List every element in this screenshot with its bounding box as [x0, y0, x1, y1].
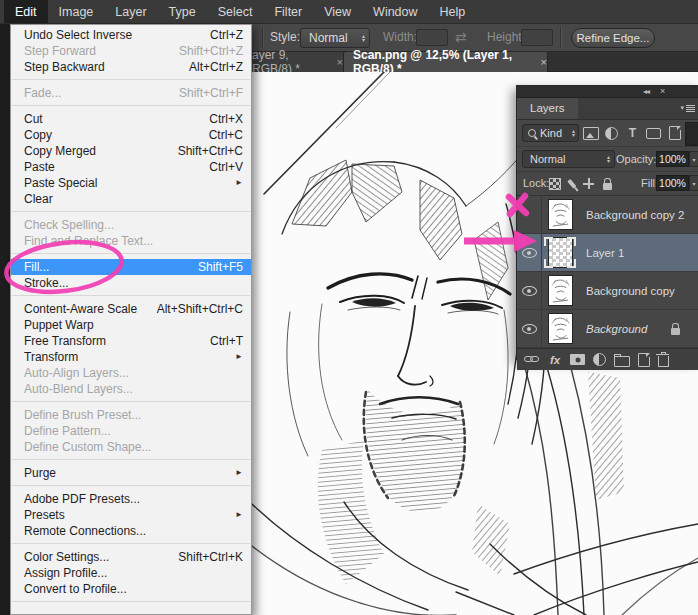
menu-separator: [12, 253, 250, 254]
smart-object-filter-icon[interactable]: [669, 126, 681, 140]
menu-item-paste-special[interactable]: Paste Special►: [11, 175, 251, 191]
filter-kind-dropdown[interactable]: Kind ▴▾: [522, 124, 579, 142]
menu-item-convert-to-profile[interactable]: Convert to Profile...: [11, 581, 251, 597]
menu-item-shortcut: Alt+Ctrl+Z: [189, 60, 243, 74]
opacity-dropdown-icon[interactable]: ▾: [689, 151, 698, 167]
menu-item-step-backward[interactable]: Step BackwardAlt+Ctrl+Z: [11, 59, 251, 75]
filter-slot: [643, 128, 664, 139]
menu-item-adobe-pdf-presets[interactable]: Adobe PDF Presets...: [11, 491, 251, 507]
shape-filter-icon[interactable]: [646, 128, 661, 139]
menubar-item-select[interactable]: Select: [207, 0, 264, 23]
height-input[interactable]: [521, 29, 553, 46]
menu-item-step-forward[interactable]: Step ForwardShift+Ctrl+Z: [11, 43, 251, 59]
fx-icon[interactable]: [548, 354, 562, 366]
panel-menu-icon[interactable]: ▾: [680, 104, 695, 112]
menu-item-copy-merged[interactable]: Copy MergedShift+Ctrl+C: [11, 143, 251, 159]
menu-item-label: Purge: [24, 466, 56, 480]
filter-toggle-block[interactable]: [685, 122, 698, 146]
menubar-item-filter[interactable]: Filter: [263, 0, 313, 23]
menu-item-puppet-warp[interactable]: Puppet Warp: [11, 317, 251, 333]
collapse-panels-icon[interactable]: ◂◂: [643, 86, 649, 97]
lock-all-icon[interactable]: [603, 183, 612, 190]
layer-row-background-copy[interactable]: Background copy: [517, 272, 698, 310]
folder-icon[interactable]: [614, 356, 630, 367]
refine-edge-button[interactable]: Refine Edge...: [571, 28, 655, 48]
menu-item-stroke[interactable]: Stroke...: [11, 275, 251, 291]
trash-icon[interactable]: [658, 356, 669, 367]
layer-thumb-image: [548, 199, 573, 230]
menubar-item-type[interactable]: Type: [158, 0, 207, 23]
mask-icon[interactable]: [570, 354, 585, 365]
menu-item-free-transform[interactable]: Free TransformCtrl+T: [11, 333, 251, 349]
layer-row-background-copy-2[interactable]: Background copy 2: [517, 196, 698, 234]
adjustment-icon[interactable]: [593, 353, 606, 366]
new-layer-icon[interactable]: [638, 353, 650, 367]
menubar-item-image[interactable]: Image: [48, 0, 105, 23]
menu-item-cut[interactable]: CutCtrl+X: [11, 111, 251, 127]
menu-item-assign-profile[interactable]: Assign Profile...: [11, 565, 251, 581]
layer-thumbnail[interactable]: [542, 313, 578, 344]
layer-row-layer-1[interactable]: Layer 1: [517, 234, 698, 272]
menu-item-label: Puppet Warp: [24, 318, 94, 332]
lock-move-icon[interactable]: [583, 178, 594, 189]
layer-thumbnail[interactable]: [542, 275, 578, 306]
type-filter-icon[interactable]: [627, 127, 639, 139]
menu-item-check-spelling[interactable]: Check Spelling...: [11, 217, 251, 233]
menu-item-define-pattern[interactable]: Define Pattern...: [11, 423, 251, 439]
menu-item-auto-blend-layers[interactable]: Auto-Blend Layers...: [11, 381, 251, 397]
menubar-item-edit[interactable]: Edit: [4, 0, 48, 23]
menu-item-label: Assign Profile...: [24, 566, 107, 580]
filter-slot: [580, 127, 601, 140]
layer-visibility-toggle[interactable]: [517, 196, 542, 233]
menu-item-define-custom-shape[interactable]: Define Custom Shape...: [11, 439, 251, 455]
panel-close-icon[interactable]: ×: [660, 86, 665, 97]
menu-item-paste[interactable]: PasteCtrl+V: [11, 159, 251, 175]
menu-item-color-settings[interactable]: Color Settings...Shift+Ctrl+K: [11, 549, 251, 565]
fill-value[interactable]: 100%: [656, 175, 689, 191]
eye-icon: [522, 324, 537, 334]
tab-close-icon[interactable]: ×: [337, 56, 343, 68]
adjustment-filter-icon[interactable]: [605, 127, 618, 140]
lock-transparent-icon[interactable]: [549, 178, 561, 190]
menubar-item-layer[interactable]: Layer: [104, 0, 157, 23]
blend-mode-dropdown[interactable]: Normal ▴▾: [522, 150, 615, 168]
menu-item-remote-connections[interactable]: Remote Connections...: [11, 523, 251, 539]
menu-item-content-aware-scale[interactable]: Content-Aware ScaleAlt+Shift+Ctrl+C: [11, 301, 251, 317]
style-dropdown[interactable]: Normal ▴▾: [300, 28, 370, 48]
lock-brush-icon[interactable]: [567, 178, 576, 188]
layer-row-background[interactable]: Background: [517, 310, 698, 348]
layer-thumbnail[interactable]: [542, 237, 578, 268]
swap-dimensions-icon[interactable]: ⇄: [455, 24, 467, 51]
menubar-item-help[interactable]: Help: [429, 0, 477, 23]
menubar-item-view[interactable]: View: [313, 0, 362, 23]
document-tab-active[interactable]: Scan.png @ 12,5% (Layer 1, RGB/8) * ×: [344, 52, 548, 72]
selection-bracket: [567, 237, 576, 246]
width-input[interactable]: [416, 29, 448, 46]
tab-close-icon[interactable]: ×: [541, 56, 547, 68]
image-filter-icon[interactable]: [583, 127, 599, 140]
menu-item-purge[interactable]: Purge►: [11, 465, 251, 481]
layer-visibility-toggle[interactable]: [517, 310, 542, 347]
submenu-arrow-icon: ►: [235, 175, 243, 191]
menu-item-auto-align-layers[interactable]: Auto-Align Layers...: [11, 365, 251, 381]
link-icon[interactable]: [524, 356, 540, 363]
layer-thumbnail[interactable]: [542, 199, 578, 230]
layer-thumb-image: [548, 313, 573, 344]
layers-panel-tab[interactable]: Layers: [517, 98, 578, 119]
layer-visibility-toggle[interactable]: [517, 234, 542, 271]
menu-item-undo-select-inverse[interactable]: Undo Select InverseCtrl+Z: [11, 27, 251, 43]
menu-item-fill[interactable]: Fill...Shift+F5: [11, 259, 251, 275]
fill-dropdown-icon[interactable]: ▾: [689, 175, 698, 191]
lock-label: Lock:: [523, 172, 549, 195]
layer-visibility-toggle[interactable]: [517, 272, 542, 309]
menu-item-presets[interactable]: Presets►: [11, 507, 251, 523]
opacity-value[interactable]: 100%: [656, 151, 689, 167]
menu-item-copy[interactable]: CopyCtrl+C: [11, 127, 251, 143]
menu-item-clear[interactable]: Clear: [11, 191, 251, 207]
menu-item-label: Find and Replace Text...: [24, 234, 153, 248]
menubar-item-window[interactable]: Window: [362, 0, 428, 23]
menu-item-find-and-replace-text[interactable]: Find and Replace Text...: [11, 233, 251, 249]
menu-item-fade[interactable]: Fade...Shift+Ctrl+F: [11, 85, 251, 101]
menu-item-transform[interactable]: Transform►: [11, 349, 251, 365]
menu-item-define-brush-preset[interactable]: Define Brush Preset...: [11, 407, 251, 423]
